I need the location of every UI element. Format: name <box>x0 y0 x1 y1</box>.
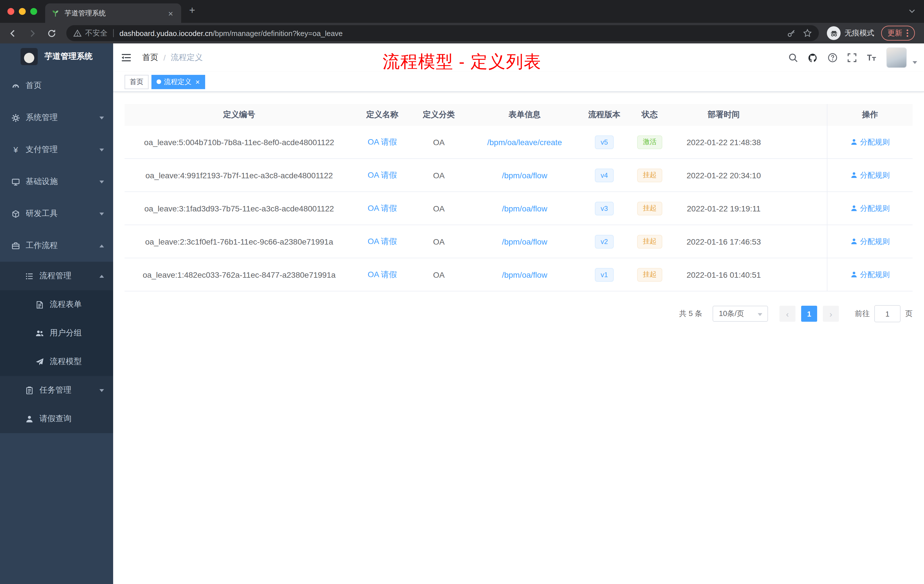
page-goto-input[interactable] <box>874 305 901 322</box>
fullscreen-icon[interactable] <box>847 53 857 63</box>
page-size-value: 10条/页 <box>719 308 744 319</box>
sidebar-item-process-model[interactable]: 流程模型 <box>0 347 113 376</box>
form-info-text: /bpm/oa/flow <box>502 171 548 180</box>
table-row: oa_leave:5:004b710b-7b8a-11ec-8ef0-acde4… <box>125 126 912 159</box>
password-key-icon[interactable] <box>787 28 796 38</box>
sidebar-collapse-button[interactable] <box>122 53 132 62</box>
tab-close-icon[interactable]: × <box>166 8 175 18</box>
sidebar-item-label: 流程管理 <box>40 271 71 281</box>
status-cell: 挂起 <box>626 159 673 191</box>
github-icon[interactable] <box>807 52 818 63</box>
sidebar-item-task-management[interactable]: 任务管理 <box>0 376 113 404</box>
breadcrumb-home[interactable]: 首页 <box>142 53 158 63</box>
topbar-actions <box>788 48 917 68</box>
next-page-button[interactable]: › <box>823 306 839 322</box>
deploy-time: 2022-01-16 01:40:51 <box>673 258 774 291</box>
definition-name-link[interactable]: OA 请假 <box>354 159 411 191</box>
screenshot-root: 芋道管理系统 × + 不安全 dashboard.yudao.iocoder.c… <box>0 0 924 584</box>
form-info-link[interactable]: /bpm/oa/flow <box>467 225 582 258</box>
tag-process-definition[interactable]: 流程定义 × <box>152 74 205 89</box>
definition-name-link[interactable]: OA 请假 <box>354 225 411 258</box>
assign-rule-button[interactable]: 分配规则 <box>850 137 890 147</box>
definition-id: oa_leave:4:991f2193-7b7f-11ec-a3c8-acde4… <box>125 159 354 191</box>
tab-search-chevron-icon[interactable] <box>908 7 916 15</box>
deploy-time: 2022-01-22 19:19:11 <box>673 192 774 224</box>
version-cell: v3 <box>582 192 626 224</box>
assign-rule-button[interactable]: 分配规则 <box>850 236 890 247</box>
action-cell: 分配规则 <box>827 225 912 258</box>
font-size-icon[interactable] <box>866 53 877 62</box>
definition-category: OA <box>411 258 467 291</box>
browser-tab[interactable]: 芋道管理系统 × <box>45 3 181 23</box>
sidebar-item-leave-query[interactable]: 请假查询 <box>0 404 113 433</box>
sidebar-item-infrastructure[interactable]: 基础设施 <box>0 166 113 198</box>
paper-plane-icon <box>35 358 44 366</box>
version-badge: v1 <box>595 268 614 281</box>
sidebar-item-home[interactable]: 首页 <box>0 70 113 102</box>
page-size-select[interactable]: 10条/页 <box>713 306 768 322</box>
assign-rule-button[interactable]: 分配规则 <box>850 269 890 280</box>
form-info-link[interactable]: /bpm/oa/flow <box>467 192 582 224</box>
definition-name-link[interactable]: OA 请假 <box>354 258 411 291</box>
tag-close-icon[interactable]: × <box>195 78 200 86</box>
tab-favicon-leaf-icon <box>51 8 60 18</box>
definition-name-link[interactable]: OA 请假 <box>354 192 411 224</box>
user-icon <box>25 414 34 423</box>
search-icon[interactable] <box>788 53 798 63</box>
help-icon[interactable] <box>827 53 838 63</box>
assign-rule-label: 分配规则 <box>860 203 890 213</box>
sidebar-item-workflow[interactable]: 工作流程 <box>0 230 113 262</box>
sidebar-item-devtools[interactable]: 研发工具 <box>0 198 113 230</box>
chevron-down-icon <box>99 212 104 215</box>
status-cell: 挂起 <box>626 225 673 258</box>
url-omnibox[interactable]: 不安全 dashboard.yudao.iocoder.cn /bpm/mana… <box>66 25 819 41</box>
definition-name-link[interactable]: OA 请假 <box>354 126 411 158</box>
column-header: 定义分类 <box>411 104 467 126</box>
forward-button[interactable] <box>24 25 40 41</box>
app-root: 芋道管理系统 首页 系统管理 ¥ 支付管理 基础设施 <box>0 43 924 584</box>
back-button[interactable] <box>5 25 21 41</box>
not-secure-warning-icon <box>73 29 82 38</box>
sidebar-item-process-management[interactable]: 流程管理 <box>0 262 113 290</box>
form-info-link[interactable]: /bpm/oa/flow <box>467 258 582 291</box>
definition-name-text: OA 请假 <box>368 137 397 147</box>
filler-cell <box>774 192 827 224</box>
sidebar-logo[interactable]: 芋道管理系统 <box>0 43 113 70</box>
bookmark-star-icon[interactable] <box>803 28 812 38</box>
sidebar-item-user-group[interactable]: 用户分组 <box>0 319 113 347</box>
action-cell: 分配规则 <box>827 159 912 191</box>
assign-rule-button[interactable]: 分配规则 <box>850 203 890 213</box>
definition-id: oa_leave:5:004b710b-7b8a-11ec-8ef0-acde4… <box>125 126 354 158</box>
page-content: 定义编号 定义名称 定义分类 表单信息 流程版本 状态 部署时间 操作 oa_l… <box>113 92 924 584</box>
sidebar-item-process-form[interactable]: 流程表单 <box>0 290 113 319</box>
window-minimize-button[interactable] <box>19 8 26 15</box>
action-cell: 分配规则 <box>827 126 912 158</box>
user-avatar[interactable] <box>886 48 907 68</box>
deploy-time: 2022-01-16 17:46:53 <box>673 225 774 258</box>
sidebar-item-payment[interactable]: ¥ 支付管理 <box>0 134 113 166</box>
monitor-icon <box>12 177 20 186</box>
browser-menu-dots-icon[interactable] <box>906 28 909 38</box>
browser-update-button[interactable]: 更新 <box>881 26 915 41</box>
chevron-down-icon <box>99 116 104 119</box>
reload-button[interactable] <box>43 25 59 41</box>
tag-home[interactable]: 首页 <box>125 74 148 89</box>
status-cell: 激活 <box>626 126 673 158</box>
form-info-link[interactable]: /bpm/oa/leave/create <box>467 126 582 158</box>
chevron-up-icon <box>99 275 104 277</box>
deploy-time: 2022-01-22 20:34:10 <box>673 159 774 191</box>
sidebar-item-label: 研发工具 <box>26 209 58 219</box>
window-zoom-button[interactable] <box>30 8 37 15</box>
prev-page-button[interactable]: ‹ <box>779 306 795 322</box>
form-info-link[interactable]: /bpm/oa/flow <box>467 159 582 191</box>
sidebar-item-label: 用户分组 <box>50 328 82 338</box>
version-badge: v5 <box>595 135 614 149</box>
assign-rule-button[interactable]: 分配规则 <box>850 170 890 180</box>
page-number-1[interactable]: 1 <box>801 306 817 322</box>
avatar-caret-down-icon[interactable] <box>912 61 917 64</box>
definition-category: OA <box>411 159 467 191</box>
filler-cell <box>774 258 827 291</box>
window-close-button[interactable] <box>7 8 14 15</box>
sidebar-item-system[interactable]: 系统管理 <box>0 102 113 134</box>
new-tab-button[interactable]: + <box>189 5 195 15</box>
